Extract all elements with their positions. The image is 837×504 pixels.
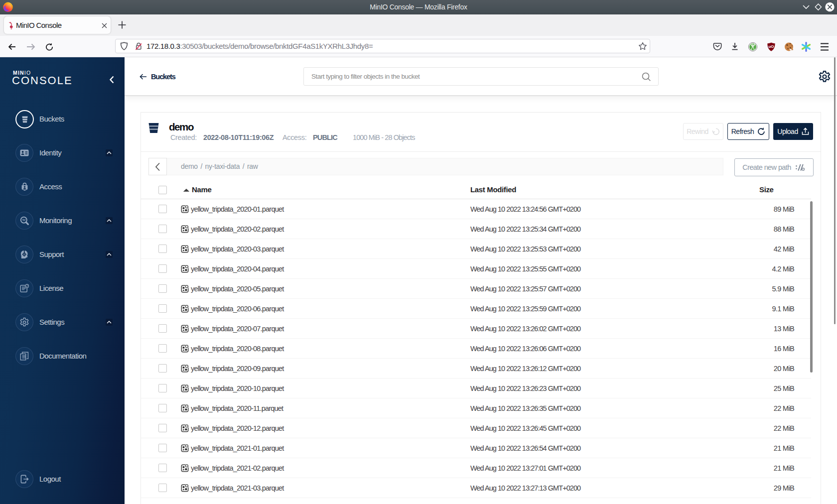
svg-text:uO: uO — [768, 44, 774, 49]
